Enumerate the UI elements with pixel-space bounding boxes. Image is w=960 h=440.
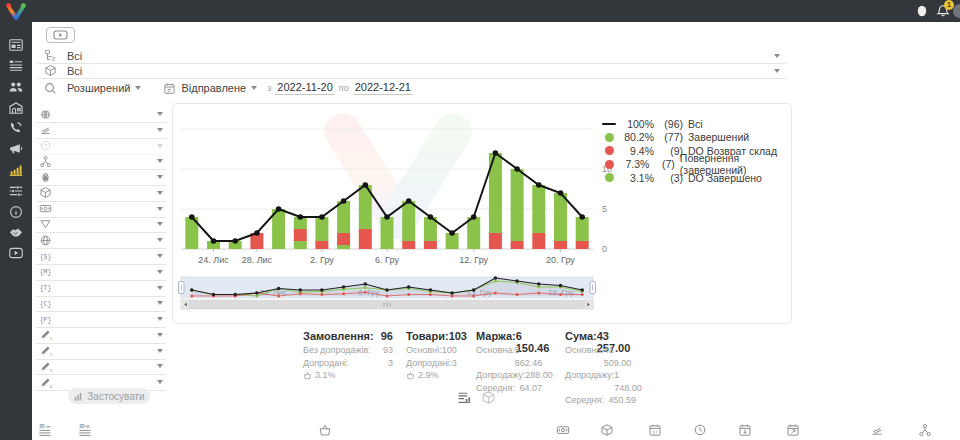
filter-select-globe-filled[interactable] xyxy=(36,106,166,123)
svg-text:20. Гру: 20. Гру xyxy=(546,255,575,265)
legend-item[interactable]: 100% (96) Всі xyxy=(601,117,791,131)
status-filter-row[interactable]: Всі xyxy=(38,48,786,64)
toolbar-box-button[interactable] xyxy=(600,423,614,437)
date-from-label: з xyxy=(267,83,271,93)
toolbar-id-rows-button[interactable]: ID xyxy=(38,423,52,437)
toolbar-clock-button[interactable] xyxy=(693,423,707,437)
date-from-input[interactable]: 2022-11-20 xyxy=(275,81,334,95)
sidebar-item-info[interactable] xyxy=(8,204,24,220)
video-hint-button[interactable] xyxy=(46,27,75,43)
filter-select-var-m[interactable]: {M} xyxy=(36,264,166,281)
chevron-down-icon xyxy=(157,349,163,353)
status-flow-icon xyxy=(44,49,57,62)
toolbar-banknote-button[interactable] xyxy=(556,423,570,437)
search-icon[interactable] xyxy=(44,82,57,95)
filter-select-var-s[interactable]: {S} xyxy=(36,248,166,265)
filter-select-tree[interactable] xyxy=(36,153,166,170)
var-c-icon: {C} xyxy=(39,297,52,310)
filter-select-box[interactable] xyxy=(36,185,166,202)
analytics-icon xyxy=(8,162,24,178)
play-icon xyxy=(53,30,68,40)
toolbar-calendar-link-button[interactable] xyxy=(786,423,800,437)
toolbar-basket-button[interactable] xyxy=(318,423,332,437)
legend-item[interactable]: 80.2% (77) Завершений xyxy=(601,131,791,145)
svg-text:{S}: {S} xyxy=(40,253,52,260)
legend-item[interactable]: 7.3% (7) Повернення (завершений) xyxy=(601,158,791,172)
clients-icon xyxy=(8,79,24,95)
filter-select-custom-field-3[interactable]: 3 xyxy=(36,358,166,375)
chart-scrollbar[interactable] xyxy=(181,300,593,309)
apply-button[interactable]: Застосувати xyxy=(68,388,150,404)
tree-icon xyxy=(918,423,932,437)
filter-select-funnel[interactable] xyxy=(36,216,166,233)
svg-text:{P}: {P} xyxy=(40,316,52,323)
navigator[interactable]: 28. Лис6. Гру13. Гру18. Гру xyxy=(179,276,596,298)
assistant-icon[interactable] xyxy=(914,3,930,19)
svg-text:{M}: {M} xyxy=(40,269,52,276)
date-type-value: Відправлене xyxy=(181,82,246,94)
product-filter-row[interactable]: Всі xyxy=(38,63,786,79)
toolbar-channel-button[interactable] xyxy=(870,423,884,437)
filter-select-globe-wire[interactable] xyxy=(36,232,166,249)
svg-text:ID-o: ID-o xyxy=(80,423,90,429)
chevron-down-icon xyxy=(157,191,163,195)
avatar[interactable] xyxy=(953,4,960,18)
calendar-in-icon xyxy=(738,423,752,437)
sidebar-item-settings-sliders[interactable] xyxy=(8,183,24,199)
svg-text:28. Лис: 28. Лис xyxy=(242,255,273,265)
chevron-down-icon xyxy=(157,175,163,179)
sidebar-item-marketing[interactable] xyxy=(8,141,24,157)
svg-text:3: 3 xyxy=(50,368,53,373)
apply-button-label: Застосувати xyxy=(87,391,144,402)
date-to-label: по xyxy=(339,83,349,93)
id-rows-icon: ID xyxy=(38,423,52,437)
var-p-icon: {P} xyxy=(39,313,52,326)
filter-select-custom-field-2[interactable]: 2 xyxy=(36,343,166,360)
dashboard-icon xyxy=(8,37,24,53)
id-rows-alt-icon: ID-o xyxy=(78,423,92,437)
sidebar-item-company[interactable] xyxy=(8,100,24,116)
orders-list-icon xyxy=(8,58,24,74)
filter-select-fingerprint[interactable] xyxy=(36,169,166,186)
navigator-handle[interactable] xyxy=(179,282,185,294)
product-box-icon xyxy=(44,64,57,77)
chevron-down-icon xyxy=(157,301,163,305)
chevron-down-icon xyxy=(251,86,257,90)
svg-text:4: 4 xyxy=(50,384,53,389)
var-t-icon: {T} xyxy=(39,281,52,294)
navigator-handle[interactable] xyxy=(590,282,596,294)
sidebar-item-dashboard[interactable] xyxy=(8,37,24,53)
filter-select-var-c[interactable]: {C} xyxy=(36,295,166,312)
filter-select-banknote[interactable] xyxy=(36,201,166,218)
filter-select-var-p[interactable]: {P} xyxy=(36,311,166,328)
app-logo-icon[interactable] xyxy=(4,2,28,21)
legend-marker-icon xyxy=(601,146,617,155)
date-type-select[interactable]: Відправлене xyxy=(163,82,257,95)
sidebar-item-analytics[interactable] xyxy=(8,162,24,178)
products-report-toggle[interactable] xyxy=(481,390,496,405)
filter-select-var-t[interactable]: {T} xyxy=(36,280,166,297)
sidebar-item-clients[interactable] xyxy=(8,79,24,95)
calendar-link-icon xyxy=(786,423,800,437)
orders-report-toggle[interactable] xyxy=(457,390,472,405)
custom-field-icon: 3 xyxy=(39,360,52,373)
toolbar-calendar-in-button[interactable] xyxy=(738,423,752,437)
sidebar-item-orders-list[interactable] xyxy=(8,58,24,74)
bar-series[interactable] xyxy=(185,153,588,249)
toolbar-calendar-date-button[interactable]: 17 xyxy=(648,423,662,437)
chevron-down-icon xyxy=(157,364,163,368)
date-to-input[interactable]: 2022-12-21 xyxy=(353,81,413,95)
chevron-down-icon xyxy=(157,380,163,384)
sidebar-item-video-tutorials[interactable] xyxy=(8,245,24,261)
stat-column: Маржа:6 150.46 Основна:5 862.46Допродажу… xyxy=(476,330,542,394)
toolbar-tree-button[interactable] xyxy=(918,423,932,437)
question-icon: ? xyxy=(39,139,52,152)
sidebar-item-partners[interactable] xyxy=(8,224,24,240)
filter-select-custom-field-1[interactable]: 1 xyxy=(36,327,166,344)
sidebar-item-calls[interactable] xyxy=(8,120,24,136)
search-mode-select[interactable]: Розширений xyxy=(67,82,141,94)
legend-marker-icon xyxy=(601,123,617,126)
toolbar-id-rows-alt-button[interactable]: ID-o xyxy=(78,423,92,437)
filter-select-channel[interactable] xyxy=(36,122,166,139)
filter-select-question[interactable]: ? xyxy=(36,138,166,155)
